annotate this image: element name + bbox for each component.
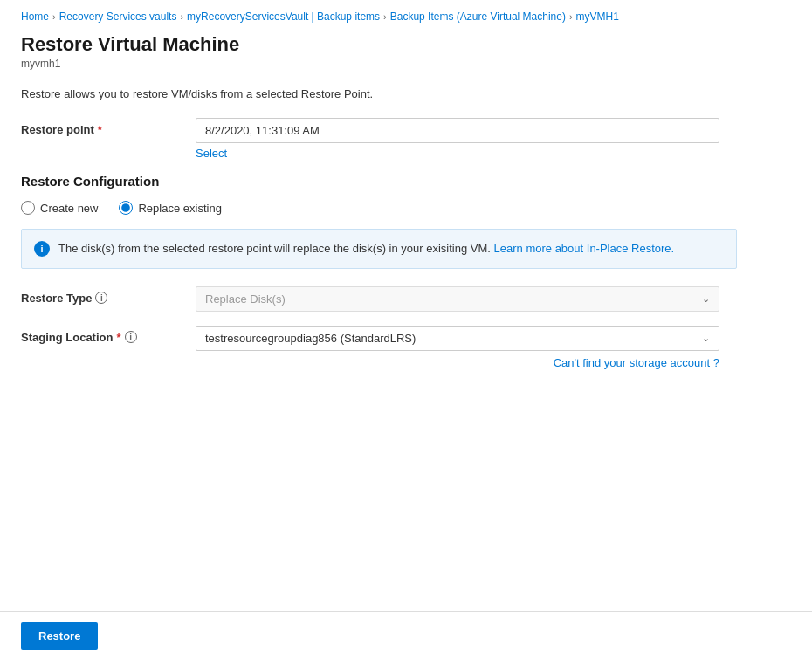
staging-chevron-icon: ⌄ xyxy=(702,333,710,344)
breadcrumb-recovery-vaults[interactable]: Recovery Services vaults xyxy=(59,10,177,23)
required-star: * xyxy=(98,123,102,136)
staging-location-control: testresourcegroupdiag856 (StandardLRS) ⌄… xyxy=(196,326,719,369)
restore-type-info-icon[interactable]: i xyxy=(95,292,107,304)
replace-existing-radio[interactable] xyxy=(119,201,133,215)
staging-location-label: Staging Location * i xyxy=(21,326,196,344)
breadcrumb-sep-1: › xyxy=(52,11,56,22)
info-icon: i xyxy=(34,241,50,257)
restore-button[interactable]: Restore xyxy=(21,622,98,650)
staging-required-star: * xyxy=(116,331,120,344)
info-banner: i The disk(s) from the selected restore … xyxy=(21,229,737,269)
create-new-option[interactable]: Create new xyxy=(21,201,98,215)
restore-mode-radio-group: Create new Replace existing xyxy=(21,201,791,215)
restore-type-label: Restore Type i xyxy=(21,286,196,305)
create-new-radio[interactable] xyxy=(21,201,35,215)
restore-point-label: Restore point * xyxy=(21,118,196,136)
breadcrumb-backup-items[interactable]: Backup Items (Azure Virtual Machine) xyxy=(390,10,566,23)
footer-bar: Restore xyxy=(0,611,812,660)
staging-location-row: Staging Location * i testresourcegroupdi… xyxy=(21,326,791,369)
restore-config-title: Restore Configuration xyxy=(21,174,791,189)
page-title: Restore Virtual Machine xyxy=(21,33,791,56)
restore-type-row: Restore Type i Replace Disk(s) ⌄ xyxy=(21,286,791,312)
breadcrumb-sep-4: › xyxy=(569,11,573,22)
breadcrumb-current: myVMH1 xyxy=(576,10,619,23)
info-text: The disk(s) from the selected restore po… xyxy=(58,240,674,258)
cant-find-storage-link[interactable]: Can't find your storage account ? xyxy=(196,356,719,369)
breadcrumb-sep-2: › xyxy=(180,11,183,22)
page-description: Restore allows you to restore VM/disks f… xyxy=(21,87,791,100)
replace-existing-option[interactable]: Replace existing xyxy=(119,201,221,215)
select-link[interactable]: Select xyxy=(196,147,719,160)
restore-point-row: Restore point * Select xyxy=(21,118,791,160)
breadcrumb-vault-backup[interactable]: myRecoveryServicesVault | Backup items xyxy=(187,10,380,23)
chevron-down-icon: ⌄ xyxy=(702,293,710,305)
staging-location-value: testresourcegroupdiag856 (StandardLRS) xyxy=(205,332,416,345)
restore-point-control: Select xyxy=(196,118,719,160)
replace-existing-label: Replace existing xyxy=(138,202,221,215)
staging-location-select[interactable]: testresourcegroupdiag856 (StandardLRS) ⌄ xyxy=(196,326,719,351)
restore-point-input[interactable] xyxy=(196,118,719,143)
breadcrumb-sep-3: › xyxy=(383,11,387,22)
create-new-label: Create new xyxy=(40,202,98,215)
staging-location-info-icon[interactable]: i xyxy=(125,331,137,343)
restore-type-control: Replace Disk(s) ⌄ xyxy=(196,286,719,312)
restore-type-select[interactable]: Replace Disk(s) ⌄ xyxy=(196,286,719,312)
learn-more-link[interactable]: Learn more about In-Place Restore. xyxy=(494,242,675,255)
breadcrumb: Home › Recovery Services vaults › myReco… xyxy=(21,10,791,23)
restore-type-value: Replace Disk(s) xyxy=(205,292,286,306)
page-subtitle: myvmh1 xyxy=(21,58,791,70)
breadcrumb-home[interactable]: Home xyxy=(21,10,49,23)
